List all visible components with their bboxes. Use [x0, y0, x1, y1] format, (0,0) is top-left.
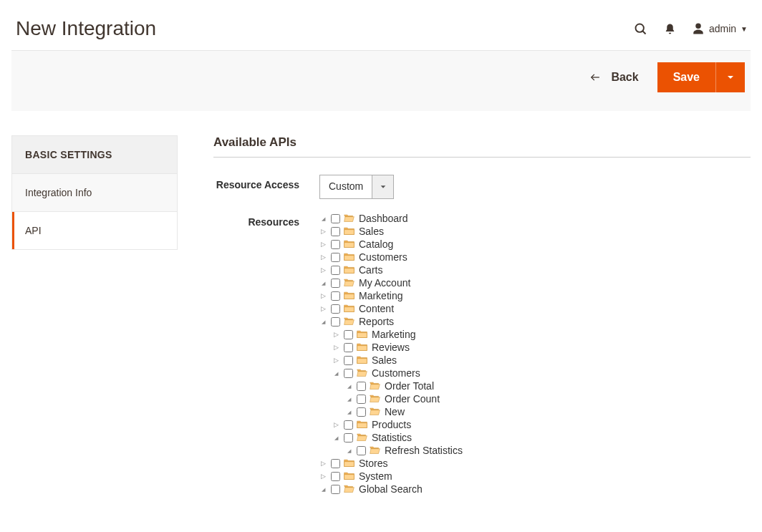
sidebar-item-api[interactable]: API — [12, 212, 177, 249]
tree-checkbox[interactable] — [331, 279, 340, 288]
expand-icon[interactable]: ▷ — [332, 357, 339, 364]
tree-node-label[interactable]: My Account — [357, 278, 410, 288]
tree-node-label[interactable]: Sales — [357, 226, 384, 236]
folder-icon — [357, 368, 367, 379]
tree-node-label[interactable]: Marketing — [357, 291, 402, 301]
settings-sidebar: BASIC SETTINGS Integration Info API — [11, 135, 178, 250]
sidebar-item-integration-info[interactable]: Integration Info — [12, 174, 177, 212]
tree-node-label[interactable]: Catalog — [357, 239, 393, 249]
tree-node-marketing: ▷Marketing — [319, 289, 463, 302]
tree-node-global-search: ◢Global Search — [319, 483, 463, 495]
tree-checkbox[interactable] — [331, 266, 340, 275]
expand-icon[interactable]: ▷ — [332, 332, 339, 338]
tree-node-label[interactable]: Content — [357, 304, 394, 314]
tree-node-label[interactable]: Refresh Statistics — [383, 445, 463, 455]
collapse-icon[interactable]: ◢ — [345, 410, 352, 415]
collapse-icon[interactable]: ◢ — [332, 435, 339, 440]
tree-node-label[interactable]: System — [357, 471, 392, 481]
collapse-icon[interactable]: ◢ — [319, 281, 327, 286]
back-button[interactable]: Back — [588, 71, 638, 84]
resource-access-select[interactable]: Custom — [319, 175, 394, 199]
tree-node-label[interactable]: Customers — [357, 252, 407, 262]
tree-checkbox[interactable] — [331, 214, 340, 223]
tree-node-marketing: ▷Marketing — [332, 328, 463, 341]
tree-node-label[interactable]: Stores — [357, 458, 387, 468]
folder-icon — [344, 484, 355, 495]
action-toolbar: Back Save — [11, 50, 751, 111]
tree-node-label[interactable]: Order Total — [383, 381, 434, 391]
tree-checkbox[interactable] — [331, 291, 340, 301]
tree-checkbox[interactable] — [331, 472, 340, 481]
folder-icon — [344, 278, 355, 289]
tree-checkbox[interactable] — [344, 330, 353, 339]
expand-icon[interactable]: ▷ — [319, 473, 327, 480]
expand-icon[interactable]: ▷ — [319, 267, 327, 274]
expand-icon[interactable]: ▷ — [319, 241, 327, 248]
tree-checkbox[interactable] — [357, 382, 366, 391]
page-title: New Integration — [16, 17, 156, 40]
tree-checkbox[interactable] — [331, 253, 340, 262]
expand-icon[interactable]: ▷ — [332, 422, 339, 428]
tree-checkbox[interactable] — [357, 395, 366, 404]
tree-checkbox[interactable] — [357, 407, 366, 417]
resource-access-value: Custom — [320, 175, 372, 198]
expand-icon[interactable]: ▷ — [319, 228, 327, 235]
tree-checkbox[interactable] — [344, 343, 353, 352]
expand-icon[interactable]: ▷ — [319, 306, 327, 312]
tree-node-label[interactable]: New — [383, 407, 405, 417]
folder-icon — [344, 239, 355, 250]
collapse-icon[interactable]: ◢ — [319, 319, 327, 324]
tree-node-label[interactable]: Global Search — [357, 484, 423, 494]
save-dropdown-button[interactable] — [715, 62, 745, 92]
tree-node-carts: ▷Carts — [319, 263, 463, 276]
tree-node-label[interactable]: Customers — [370, 368, 420, 378]
expand-icon[interactable]: ▷ — [319, 460, 327, 467]
tree-node-system: ▷System — [319, 470, 463, 483]
caret-down-icon — [372, 175, 393, 198]
tree-checkbox[interactable] — [331, 485, 340, 494]
folder-icon — [344, 265, 355, 276]
collapse-icon[interactable]: ◢ — [345, 448, 352, 453]
resources-label: Resources — [213, 212, 319, 228]
tree-node-label[interactable]: Sales — [370, 355, 397, 365]
page-header: New Integration admin ▼ — [11, 11, 751, 50]
expand-icon[interactable]: ▷ — [332, 344, 339, 351]
main-content: Available APIs Resource Access Custom Re… — [213, 135, 751, 508]
expand-icon[interactable]: ▷ — [319, 293, 327, 299]
tree-checkbox[interactable] — [331, 459, 340, 468]
collapse-icon[interactable]: ◢ — [345, 397, 352, 402]
tree-checkbox[interactable] — [344, 433, 353, 442]
tree-checkbox[interactable] — [331, 240, 340, 249]
tree-node-label[interactable]: Products — [370, 420, 411, 430]
tree-node-label[interactable]: Reviews — [370, 342, 410, 352]
save-button[interactable]: Save — [657, 62, 715, 92]
arrow-left-icon — [588, 72, 602, 82]
collapse-icon[interactable]: ◢ — [332, 371, 339, 376]
tree-node-label[interactable]: Reports — [357, 316, 394, 327]
expand-icon[interactable]: ▷ — [319, 254, 327, 261]
tree-checkbox[interactable] — [344, 369, 353, 378]
tree-checkbox[interactable] — [331, 317, 340, 327]
collapse-icon[interactable]: ◢ — [345, 384, 352, 389]
folder-icon — [370, 381, 380, 392]
tree-node-label[interactable]: Statistics — [370, 432, 412, 442]
tree-node-content: ▷Content — [319, 302, 463, 315]
tree-checkbox[interactable] — [331, 304, 340, 314]
tree-node-label[interactable]: Order Count — [383, 394, 440, 404]
folder-icon — [370, 394, 380, 405]
tree-node-products: ▷Products — [332, 418, 463, 431]
tree-node-label[interactable]: Carts — [357, 265, 382, 275]
tree-checkbox[interactable] — [344, 420, 353, 430]
search-icon[interactable] — [633, 21, 648, 37]
notifications-icon[interactable] — [664, 22, 676, 36]
admin-user-menu[interactable]: admin ▼ — [692, 22, 748, 35]
tree-checkbox[interactable] — [357, 446, 366, 455]
tree-node-label[interactable]: Dashboard — [357, 213, 408, 223]
collapse-icon[interactable]: ◢ — [319, 216, 327, 221]
tree-node-label[interactable]: Marketing — [370, 329, 415, 339]
tree-checkbox[interactable] — [344, 356, 353, 365]
folder-icon — [344, 316, 355, 327]
collapse-icon[interactable]: ◢ — [319, 487, 327, 492]
tree-checkbox[interactable] — [331, 227, 340, 236]
header-actions: admin ▼ — [633, 21, 748, 37]
